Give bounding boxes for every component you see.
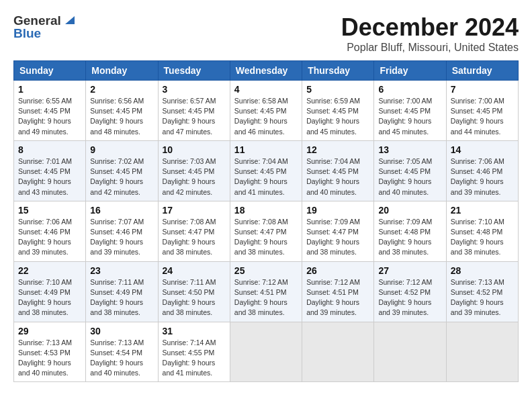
calendar-cell: 21 Sunrise: 7:10 AM Sunset: 4:48 PM Dayl… <box>446 201 518 261</box>
day-info: Sunrise: 7:13 AM Sunset: 4:54 PM Dayligh… <box>90 338 153 379</box>
day-info: Sunrise: 7:13 AM Sunset: 4:53 PM Dayligh… <box>18 338 81 379</box>
daylight-label: Daylight: 9 hours and 45 minutes. <box>306 117 359 135</box>
day-header-monday: Monday <box>86 61 158 81</box>
sunrise-label: Sunrise: 7:04 AM <box>234 157 288 165</box>
day-number: 9 <box>90 144 153 155</box>
day-info: Sunrise: 7:13 AM Sunset: 4:52 PM Dayligh… <box>451 277 514 318</box>
day-number: 22 <box>18 265 81 276</box>
day-number: 14 <box>451 144 514 155</box>
daylight-label: Daylight: 9 hours and 42 minutes. <box>90 177 143 195</box>
calendar-cell: 17 Sunrise: 7:08 AM Sunset: 4:47 PM Dayl… <box>158 201 230 261</box>
calendar-title: December 2024 <box>341 13 519 42</box>
day-info: Sunrise: 7:03 AM Sunset: 4:45 PM Dayligh… <box>163 156 226 197</box>
calendar-cell: 22 Sunrise: 7:10 AM Sunset: 4:49 PM Dayl… <box>14 261 86 322</box>
sunrise-label: Sunrise: 7:13 AM <box>18 338 72 347</box>
day-info: Sunrise: 7:07 AM Sunset: 4:46 PM Dayligh… <box>90 217 153 258</box>
calendar-cell: 26 Sunrise: 7:12 AM Sunset: 4:51 PM Dayl… <box>302 261 374 322</box>
day-number: 31 <box>163 326 226 336</box>
calendar-cell: 1 Sunrise: 6:55 AM Sunset: 4:45 PM Dayli… <box>14 81 86 141</box>
calendar-cell: 9 Sunrise: 7:02 AM Sunset: 4:45 PM Dayli… <box>86 140 158 201</box>
calendar-cell: 23 Sunrise: 7:11 AM Sunset: 4:49 PM Dayl… <box>86 261 158 322</box>
daylight-label: Daylight: 9 hours and 39 minutes. <box>18 238 71 256</box>
day-number: 17 <box>163 205 226 216</box>
sunset-label: Sunset: 4:52 PM <box>451 288 503 296</box>
sunset-label: Sunset: 4:45 PM <box>378 107 431 115</box>
day-number: 13 <box>378 144 441 155</box>
day-number: 5 <box>306 84 369 95</box>
day-info: Sunrise: 7:00 AM Sunset: 4:45 PM Dayligh… <box>451 96 514 137</box>
day-info: Sunrise: 7:08 AM Sunset: 4:47 PM Dayligh… <box>234 217 298 258</box>
sunrise-label: Sunrise: 7:14 AM <box>163 338 216 347</box>
calendar-week-row: 29 Sunrise: 7:13 AM Sunset: 4:53 PM Dayl… <box>14 322 519 382</box>
calendar-cell: 8 Sunrise: 7:01 AM Sunset: 4:45 PM Dayli… <box>14 140 86 201</box>
calendar-cell: 18 Sunrise: 7:08 AM Sunset: 4:47 PM Dayl… <box>230 201 302 261</box>
sunrise-label: Sunrise: 7:13 AM <box>451 278 504 286</box>
sunset-label: Sunset: 4:46 PM <box>90 228 142 236</box>
daylight-label: Daylight: 9 hours and 46 minutes. <box>234 117 287 135</box>
sunrise-label: Sunrise: 6:57 AM <box>163 97 216 105</box>
daylight-label: Daylight: 9 hours and 49 minutes. <box>18 117 71 135</box>
day-number: 11 <box>234 144 298 155</box>
sunrise-label: Sunrise: 7:09 AM <box>378 218 432 226</box>
day-info: Sunrise: 7:12 AM Sunset: 4:51 PM Dayligh… <box>234 277 298 318</box>
day-info: Sunrise: 7:05 AM Sunset: 4:45 PM Dayligh… <box>378 156 441 197</box>
calendar-cell: 20 Sunrise: 7:09 AM Sunset: 4:48 PM Dayl… <box>374 201 446 261</box>
sunrise-label: Sunrise: 7:11 AM <box>163 278 216 286</box>
calendar-cell: 14 Sunrise: 7:06 AM Sunset: 4:46 PM Dayl… <box>446 140 518 201</box>
svg-marker-0 <box>65 16 75 24</box>
daylight-label: Daylight: 9 hours and 42 minutes. <box>163 177 216 195</box>
daylight-label: Daylight: 9 hours and 38 minutes. <box>163 238 216 256</box>
calendar-week-row: 8 Sunrise: 7:01 AM Sunset: 4:45 PM Dayli… <box>14 140 519 201</box>
day-number: 7 <box>451 84 514 95</box>
day-info: Sunrise: 7:12 AM Sunset: 4:51 PM Dayligh… <box>306 277 369 318</box>
calendar-cell: 31 Sunrise: 7:14 AM Sunset: 4:55 PM Dayl… <box>158 322 230 382</box>
daylight-label: Daylight: 9 hours and 40 minutes. <box>378 177 431 195</box>
day-info: Sunrise: 6:59 AM Sunset: 4:45 PM Dayligh… <box>306 96 369 137</box>
daylight-label: Daylight: 9 hours and 40 minutes. <box>18 359 71 377</box>
day-number: 26 <box>306 265 369 276</box>
calendar-cell: 10 Sunrise: 7:03 AM Sunset: 4:45 PM Dayl… <box>158 140 230 201</box>
calendar-cell: 13 Sunrise: 7:05 AM Sunset: 4:45 PM Dayl… <box>374 140 446 201</box>
sunset-label: Sunset: 4:51 PM <box>306 288 359 296</box>
sunrise-label: Sunrise: 7:13 AM <box>90 338 144 347</box>
sunset-label: Sunset: 4:45 PM <box>378 167 431 175</box>
sunrise-label: Sunrise: 7:10 AM <box>18 278 72 286</box>
sunrise-label: Sunrise: 7:06 AM <box>451 157 504 165</box>
calendar-cell: 16 Sunrise: 7:07 AM Sunset: 4:46 PM Dayl… <box>86 201 158 261</box>
day-number: 20 <box>378 205 441 216</box>
sunset-label: Sunset: 4:54 PM <box>90 349 142 357</box>
title-area: December 2024 Poplar Bluff, Missouri, Un… <box>341 13 519 54</box>
daylight-label: Daylight: 9 hours and 43 minutes. <box>18 177 71 195</box>
day-info: Sunrise: 7:09 AM Sunset: 4:48 PM Dayligh… <box>378 217 441 258</box>
calendar-cell: 24 Sunrise: 7:11 AM Sunset: 4:50 PM Dayl… <box>158 261 230 322</box>
daylight-label: Daylight: 9 hours and 38 minutes. <box>378 238 431 256</box>
calendar-cell: 12 Sunrise: 7:04 AM Sunset: 4:45 PM Dayl… <box>302 140 374 201</box>
sunset-label: Sunset: 4:45 PM <box>90 167 142 175</box>
day-info: Sunrise: 7:11 AM Sunset: 4:49 PM Dayligh… <box>90 277 153 318</box>
day-info: Sunrise: 7:06 AM Sunset: 4:46 PM Dayligh… <box>451 156 514 197</box>
day-number: 3 <box>163 84 226 95</box>
day-info: Sunrise: 7:01 AM Sunset: 4:45 PM Dayligh… <box>18 156 81 197</box>
calendar-cell <box>302 322 374 382</box>
sunset-label: Sunset: 4:45 PM <box>18 107 71 115</box>
day-info: Sunrise: 7:10 AM Sunset: 4:49 PM Dayligh… <box>18 277 81 318</box>
sunset-label: Sunset: 4:49 PM <box>90 288 142 296</box>
daylight-label: Daylight: 9 hours and 39 minutes. <box>451 177 504 195</box>
day-number: 19 <box>306 205 369 216</box>
day-number: 1 <box>18 84 81 95</box>
day-number: 4 <box>234 84 298 95</box>
calendar-header-row: SundayMondayTuesdayWednesdayThursdayFrid… <box>14 61 519 81</box>
daylight-label: Daylight: 9 hours and 38 minutes. <box>90 298 143 316</box>
daylight-label: Daylight: 9 hours and 39 minutes. <box>451 298 504 316</box>
sunrise-label: Sunrise: 7:02 AM <box>90 157 144 165</box>
daylight-label: Daylight: 9 hours and 41 minutes. <box>163 359 216 377</box>
sunset-label: Sunset: 4:50 PM <box>163 288 215 296</box>
calendar-cell: 4 Sunrise: 6:58 AM Sunset: 4:45 PM Dayli… <box>230 81 302 141</box>
day-info: Sunrise: 7:06 AM Sunset: 4:46 PM Dayligh… <box>18 217 81 258</box>
sunset-label: Sunset: 4:45 PM <box>90 107 142 115</box>
daylight-label: Daylight: 9 hours and 38 minutes. <box>18 298 71 316</box>
day-number: 10 <box>163 144 226 155</box>
daylight-label: Daylight: 9 hours and 38 minutes. <box>234 298 287 316</box>
day-header-saturday: Saturday <box>446 61 518 81</box>
day-header-sunday: Sunday <box>14 61 86 81</box>
